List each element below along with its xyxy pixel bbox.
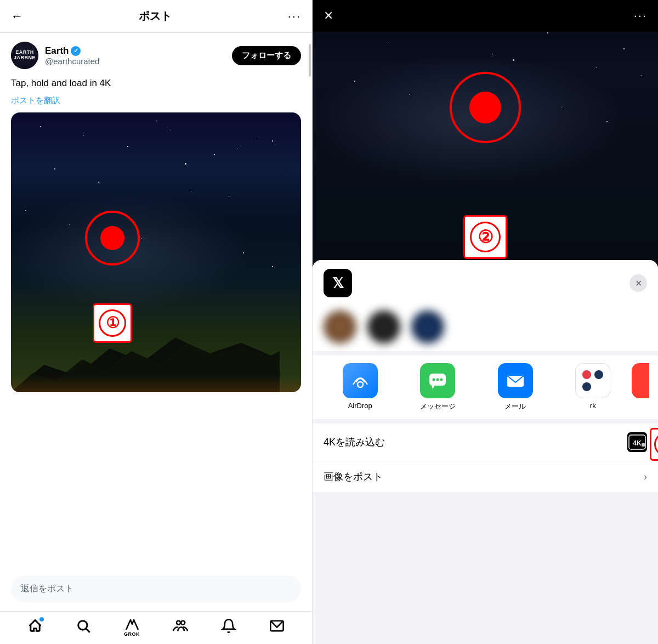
share-sheet-header: 𝕏 ✕: [313, 260, 658, 303]
user-row: EARTH JARBNE Earth ✓ @earthcurated フォローす…: [11, 42, 301, 69]
annotation-number-1: ①: [99, 309, 126, 337]
svg-line-3: [86, 629, 89, 632]
horizon-glow: [11, 376, 301, 392]
close-button[interactable]: ✕: [324, 9, 333, 23]
messages-icon: [420, 363, 455, 398]
app-partial[interactable]: [632, 363, 649, 398]
right-annotation-dot-2: [469, 92, 501, 123]
save-image-label: 画像をポスト: [324, 470, 383, 483]
nav-people[interactable]: [173, 618, 188, 637]
svg-point-12: [440, 379, 443, 381]
svg-point-7: [358, 382, 363, 387]
svg-point-11: [436, 379, 439, 381]
avatar[interactable]: EARTH JARBNE: [11, 42, 38, 69]
reply-input[interactable]: 返信をポスト: [11, 575, 301, 602]
left-header: ← ポスト ···: [0, 0, 312, 33]
follow-button[interactable]: フォローする: [232, 46, 301, 65]
nav-bell[interactable]: [221, 618, 236, 637]
annotation-box-3: ③: [650, 428, 658, 461]
svg-point-10: [433, 379, 435, 381]
craft-icon: [575, 363, 610, 398]
contact-1[interactable]: [324, 310, 356, 343]
action-rows: 4Kを読み込む 4K ③: [313, 423, 658, 492]
more-options-button[interactable]: ···: [288, 9, 301, 24]
partial-app-icon: [632, 363, 649, 398]
translate-link[interactable]: ポストを翻訳: [11, 95, 301, 106]
svg-point-4: [177, 621, 180, 625]
action-save-image[interactable]: 画像をポスト ›: [313, 461, 658, 492]
annotation-number-2: ②: [470, 222, 501, 252]
right-panel: ✕ ··· ②: [313, 0, 658, 644]
annotation-box-2: ②: [463, 215, 507, 259]
back-button[interactable]: ←: [11, 9, 23, 24]
share-sheet: 𝕏 ✕ AirDrop: [313, 260, 658, 644]
mail-icon: [498, 363, 533, 398]
airdrop-label: AirDrop: [348, 402, 372, 410]
bottom-nav: GROK: [0, 611, 312, 644]
svg-point-2: [78, 621, 87, 630]
right-more-button[interactable]: ···: [634, 9, 647, 23]
contact-3[interactable]: [411, 310, 444, 343]
post-image: ①: [11, 112, 301, 392]
action-icon-group: 4K ③: [627, 432, 647, 452]
nav-grok[interactable]: GROK: [124, 619, 140, 637]
scroll-indicator: [309, 44, 311, 77]
nav-mail[interactable]: [269, 618, 285, 637]
page-title: ポスト: [139, 9, 172, 24]
verified-badge: ✓: [71, 46, 81, 56]
svg-point-5: [181, 621, 185, 625]
mail-label: メール: [504, 402, 526, 411]
airdrop-icon: [343, 363, 378, 398]
contacts-row: [313, 303, 658, 351]
apps-row: AirDrop メッセージ: [313, 355, 658, 419]
app-item-craft[interactable]: rk: [554, 363, 632, 411]
messages-label: メッセージ: [420, 402, 456, 411]
load-4k-label: 4Kを読み込む: [324, 436, 385, 449]
nav-search[interactable]: [76, 618, 91, 637]
svg-marker-9: [432, 386, 435, 389]
contact-2[interactable]: [367, 310, 400, 343]
svg-text:4K: 4K: [633, 439, 642, 447]
app-item-messages[interactable]: メッセージ: [399, 363, 477, 411]
display-name: Earth ✓: [45, 46, 99, 57]
home-dot: [39, 617, 44, 622]
annotation-number-3: ③: [654, 432, 658, 456]
x-app-icon: 𝕏: [324, 269, 352, 297]
annotation-box-1: ①: [93, 303, 132, 343]
action-load-4k[interactable]: 4Kを読み込む 4K ③: [313, 423, 658, 461]
craft-label: rk: [590, 402, 596, 410]
right-header: ✕ ···: [313, 0, 658, 32]
save-chevron-icon: ›: [644, 471, 647, 483]
username-block: Earth ✓ @earthcurated: [45, 46, 99, 66]
user-info: EARTH JARBNE Earth ✓ @earthcurated: [11, 42, 99, 69]
app-item-mail[interactable]: メール: [477, 363, 554, 411]
left-panel: ← ポスト ··· EARTH JARBNE Earth ✓ @earthcur…: [0, 0, 313, 644]
svg-rect-16: [642, 443, 645, 447]
4k-icon: 4K: [627, 432, 647, 452]
post-text: Tap, hold and load in 4K: [11, 77, 301, 90]
sheet-close-button[interactable]: ✕: [629, 274, 647, 292]
app-item-airdrop[interactable]: AirDrop: [321, 363, 399, 411]
nav-home[interactable]: [27, 618, 43, 637]
post-image-container[interactable]: ①: [11, 112, 301, 392]
post-content-area: EARTH JARBNE Earth ✓ @earthcurated フォローす…: [0, 33, 312, 575]
user-handle: @earthcurated: [45, 57, 99, 66]
right-fullscreen-image[interactable]: ②: [313, 0, 658, 269]
